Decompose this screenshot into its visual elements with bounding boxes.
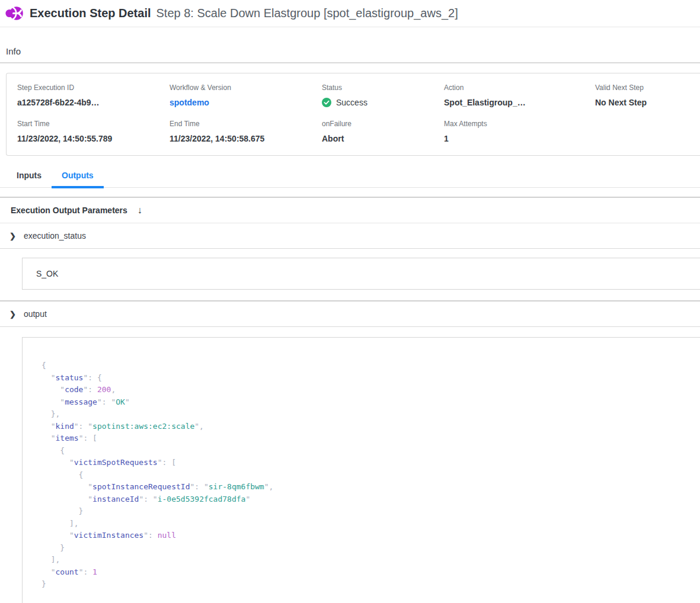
info-card: Step Execution ID a125728f-6b22-4b9… Wor… [6,73,700,156]
tab-outputs[interactable]: Outputs [52,171,104,187]
field-onfailure: onFailure Abort [322,120,444,143]
section-output[interactable]: ❯ output [0,302,700,327]
field-step-execution-id: Step Execution ID a125728f-6b22-4b9… [17,84,170,107]
field-action: Action Spot_Elastigroup_… [444,84,595,107]
field-start-time: Start Time 11/23/2022, 14:50:55.789 [17,120,170,143]
chevron-right-icon: ❯ [9,310,16,318]
field-value: 11/23/2022, 14:50:55.789 [17,134,170,143]
field-label: Workflow & Version [170,84,322,92]
status-badge: Success [322,98,444,107]
app-logo-icon [5,4,23,23]
json-code: { "status": { "code": 200, "message": "O… [41,360,700,591]
page-subtitle: Step 8: Scale Down Elastgroup [spot_elas… [156,7,458,20]
workflow-link[interactable]: spotdemo [170,98,322,107]
section-execution-status[interactable]: ❯ execution_status [0,223,700,249]
field-label: Valid Next Step [595,84,700,92]
chevron-right-icon: ❯ [9,232,16,240]
field-label: Max Attempts [444,120,595,128]
field-label: Status [322,84,444,92]
field-max-attempts: Max Attempts 1 [444,120,595,143]
info-divider [0,62,700,63]
section-label: output [24,309,47,319]
field-label: Step Execution ID [17,84,170,92]
inputs-outputs-tabs: Inputs Outputs [0,171,700,188]
field-valid-next-step: Valid Next Step No Next Step [595,84,700,107]
field-value: No Next Step [595,98,700,107]
tab-inputs[interactable]: Inputs [7,171,52,187]
execution-output-parameters-label: Execution Output Parameters [11,206,127,215]
field-value: Spot_Elastigroup_… [444,98,595,107]
field-label: Start Time [17,120,170,128]
execution-output-parameters-header: Execution Output Parameters ↓ [0,198,700,223]
field-label: Action [444,84,595,92]
info-section-label: Info [6,46,700,56]
field-value: Abort [322,134,444,143]
field-value: 11/23/2022, 14:50:58.675 [170,134,322,143]
page-header: Execution Step Detail Step 8: Scale Down… [0,0,700,27]
success-check-icon [322,98,331,107]
field-value: a125728f-6b22-4b9… [17,98,170,107]
output-json-box: { "status": { "code": 200, "message": "O… [22,337,700,603]
execution-status-value: S_OK [36,269,58,278]
field-end-time: End Time 11/23/2022, 14:50:58.675 [170,120,322,143]
field-workflow-version: Workflow & Version spotdemo [170,84,322,107]
execution-status-value-box: S_OK [22,258,700,290]
page-title: Execution Step Detail [30,7,151,20]
download-arrow-icon[interactable]: ↓ [138,206,142,215]
field-label: End Time [170,120,322,128]
field-label: onFailure [322,120,444,128]
field-value: 1 [444,134,595,143]
section-label: execution_status [24,231,86,240]
field-status: Status Success [322,84,444,107]
status-text: Success [336,98,367,107]
